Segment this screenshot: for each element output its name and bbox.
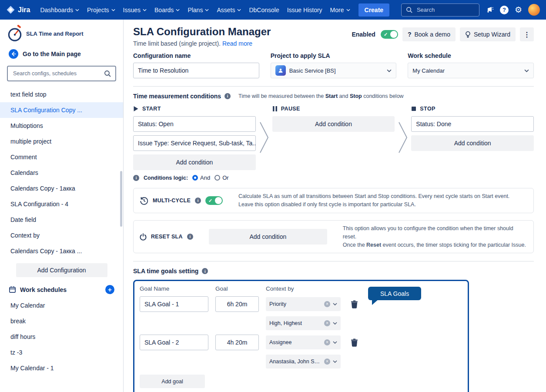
- read-more-link[interactable]: Read more: [222, 40, 252, 47]
- config-item[interactable]: text field stop: [0, 87, 123, 102]
- book-demo-button[interactable]: ? Book a demo: [402, 27, 456, 41]
- nav-item-label: Dashboards: [40, 7, 73, 13]
- config-item-selected[interactable]: SLA Configuration Copy ...: [0, 102, 123, 118]
- config-item[interactable]: SLA Configuration - 4: [0, 196, 123, 212]
- setup-wizard-button[interactable]: Setup Wizard: [460, 27, 516, 41]
- page-subtitle: Time limit based (single project). Read …: [133, 40, 271, 47]
- global-search[interactable]: [401, 3, 479, 17]
- help-button[interactable]: ?: [500, 6, 509, 14]
- sidebar-scrollbar[interactable]: [120, 171, 122, 227]
- info-icon[interactable]: i: [195, 198, 201, 204]
- config-list: text field stop SLA Configuration Copy .…: [0, 87, 123, 259]
- schedule-item[interactable]: My Calendar: [0, 298, 123, 313]
- stop-condition-status[interactable]: Status: Done: [411, 116, 534, 132]
- logic-and-radio[interactable]: And: [192, 174, 210, 181]
- annotation-label: SLA Goals: [380, 290, 409, 297]
- nav-item-label: DbConsole: [249, 7, 279, 13]
- multi-cycle-toggle[interactable]: ✓: [205, 196, 223, 205]
- more-options-button[interactable]: ⋮: [520, 27, 534, 41]
- play-icon: [133, 106, 139, 112]
- clear-icon[interactable]: ×: [324, 320, 330, 326]
- info-icon[interactable]: i: [224, 93, 231, 99]
- config-item[interactable]: Calendars Copy - 1акка ...: [0, 243, 123, 259]
- schedule-item[interactable]: tz -3: [0, 345, 123, 360]
- goal-name-input[interactable]: [140, 335, 208, 350]
- config-item[interactable]: Multioptions: [0, 118, 123, 134]
- pause-conditions-column: PAUSE Add condition: [272, 106, 395, 135]
- nav-item-label: Issues: [123, 7, 141, 13]
- context-values-select[interactable]: Anastasiia, John Smit... ×: [266, 355, 341, 369]
- jira-home-link[interactable]: Jira: [6, 5, 30, 14]
- project-select[interactable]: Basic Service [BS]: [271, 63, 397, 78]
- nav-item-more[interactable]: More: [326, 4, 354, 16]
- nav-item-boards[interactable]: Boards: [151, 4, 184, 16]
- chevron-down-icon: [346, 9, 350, 11]
- nav-item-assets[interactable]: Assets: [213, 4, 245, 16]
- check-icon: ✓: [384, 32, 388, 37]
- sla-goals-annotation: SLA Goals: [368, 287, 421, 300]
- sidebar: SLA Time and Report Go to the Main page …: [0, 20, 124, 392]
- app-window: Jira Dashboards Projects Issues Boards P…: [0, 0, 546, 392]
- multi-cycle-label: MULTI-CYCLE: [153, 198, 191, 204]
- add-schedule-button[interactable]: +: [105, 285, 114, 294]
- goal-name-input[interactable]: [140, 296, 208, 312]
- pause-label: PAUSE: [281, 106, 300, 112]
- nav-item-dbconsole[interactable]: DbConsole: [245, 4, 283, 16]
- clear-icon[interactable]: ×: [324, 301, 330, 307]
- goals-area: Goal Name Goal Context by Priority × Hi: [133, 280, 534, 392]
- info-icon[interactable]: i: [187, 234, 193, 240]
- goal-value-input[interactable]: [215, 296, 259, 312]
- back-to-main-link[interactable]: Go to the Main page: [0, 45, 123, 63]
- nav-item-dashboards[interactable]: Dashboards: [36, 4, 83, 16]
- context-values-select[interactable]: High, Highest ×: [266, 316, 341, 330]
- schedule-item[interactable]: My Calendar - 1: [0, 360, 123, 376]
- context-field-select[interactable]: Assignee ×: [266, 335, 341, 349]
- context-field-select[interactable]: Priority ×: [266, 297, 341, 311]
- stop-add-condition-button[interactable]: Add condition: [411, 135, 534, 151]
- info-icon[interactable]: i: [133, 175, 139, 181]
- nav-item-issues[interactable]: Issues: [119, 4, 151, 16]
- reset-sla-label: RESET SLA: [151, 234, 183, 240]
- config-name-input[interactable]: [133, 63, 259, 78]
- page-title: SLA Configuration Manager: [133, 26, 271, 38]
- goals-column-header-context: Context by: [266, 285, 341, 292]
- conditions-columns: START Status: Open Issue Type: Service R…: [133, 106, 534, 181]
- clear-icon[interactable]: ×: [324, 358, 330, 365]
- announcements-button[interactable]: [486, 6, 494, 14]
- create-button[interactable]: Create: [358, 3, 390, 17]
- goal-value-input[interactable]: [215, 335, 259, 350]
- user-avatar[interactable]: [528, 4, 540, 16]
- logic-or-radio[interactable]: Or: [214, 174, 228, 181]
- config-item[interactable]: Comment: [0, 149, 123, 165]
- work-schedule-select[interactable]: My Calendar: [408, 63, 534, 78]
- goals-title: SLA time goals setting: [133, 268, 198, 275]
- global-search-input[interactable]: [416, 6, 475, 13]
- schedule-item[interactable]: diff hours: [0, 329, 123, 345]
- pause-add-condition-button[interactable]: Add condition: [272, 116, 395, 132]
- config-item[interactable]: Calendars: [0, 165, 123, 181]
- start-add-condition-button[interactable]: Add condition: [133, 154, 256, 170]
- configs-search[interactable]: [7, 66, 116, 81]
- radio-dot: [214, 175, 220, 181]
- reset-add-condition-button[interactable]: Add condition: [209, 229, 327, 245]
- config-item[interactable]: Calendars Copy - 1акка: [0, 181, 123, 196]
- nav-item-issue-history[interactable]: Issue History: [283, 4, 326, 16]
- nav-item-plans[interactable]: Plans: [184, 4, 213, 16]
- schedule-item[interactable]: break: [0, 313, 123, 329]
- nav-item-projects[interactable]: Projects: [83, 4, 119, 16]
- config-item[interactable]: Context by: [0, 228, 123, 243]
- config-item[interactable]: multiple project: [0, 134, 123, 149]
- settings-gear-icon[interactable]: ⚙: [515, 6, 522, 14]
- start-condition-status[interactable]: Status: Open: [133, 116, 256, 132]
- start-condition-issue-type[interactable]: Issue Type: Service Request, Sub-task, T…: [133, 135, 256, 151]
- add-goal-button[interactable]: Add goal: [140, 375, 205, 388]
- enabled-toggle[interactable]: ✓: [381, 30, 398, 39]
- delete-goal-button[interactable]: [348, 299, 361, 309]
- chevron-down-icon: [333, 303, 337, 305]
- clear-icon[interactable]: ×: [324, 339, 330, 345]
- info-icon[interactable]: i: [202, 268, 208, 274]
- delete-goal-button[interactable]: [348, 338, 361, 348]
- configs-search-input[interactable]: [12, 70, 104, 77]
- config-item[interactable]: Date field: [0, 212, 123, 228]
- add-configuration-button[interactable]: Add Configuration: [16, 263, 107, 277]
